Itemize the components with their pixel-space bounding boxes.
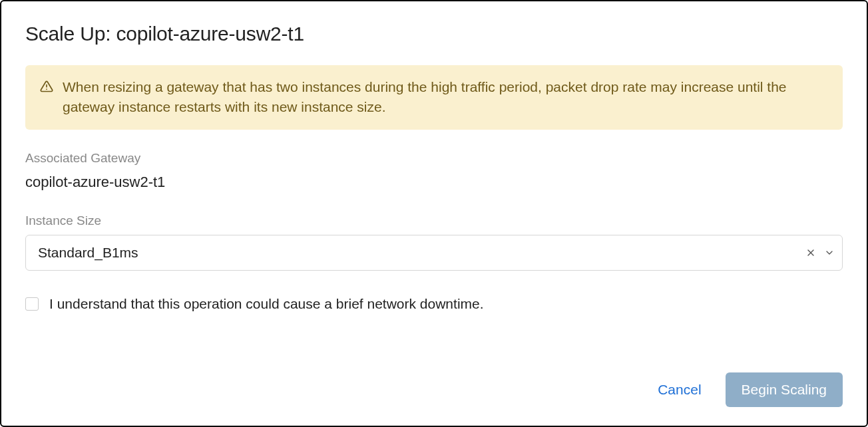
chevron-down-icon[interactable] bbox=[824, 247, 835, 258]
warning-alert: When resizing a gateway that has two ins… bbox=[25, 65, 843, 130]
acknowledge-checkbox[interactable] bbox=[25, 297, 39, 311]
begin-scaling-button[interactable]: Begin Scaling bbox=[726, 372, 843, 407]
select-controls bbox=[805, 247, 835, 258]
warning-icon bbox=[40, 80, 53, 93]
associated-gateway-label: Associated Gateway bbox=[25, 151, 843, 166]
warning-text: When resizing a gateway that has two ins… bbox=[63, 77, 827, 118]
cancel-button[interactable]: Cancel bbox=[652, 375, 706, 404]
associated-gateway-value: copilot-azure-usw2-t1 bbox=[25, 174, 843, 191]
clear-icon[interactable] bbox=[805, 247, 816, 258]
associated-gateway-field: Associated Gateway copilot-azure-usw2-t1 bbox=[25, 151, 843, 214]
instance-size-selected-value: Standard_B1ms bbox=[38, 245, 138, 261]
dialog-footer: Cancel Begin Scaling bbox=[25, 372, 843, 407]
instance-size-label: Instance Size bbox=[25, 214, 843, 228]
scale-up-dialog: Scale Up: copilot-azure-usw2-t1 When res… bbox=[0, 0, 868, 427]
instance-size-field: Instance Size Standard_B1ms bbox=[25, 214, 843, 296]
dialog-title: Scale Up: copilot-azure-usw2-t1 bbox=[25, 23, 843, 45]
acknowledge-label[interactable]: I understand that this operation could c… bbox=[49, 296, 484, 312]
acknowledge-row: I understand that this operation could c… bbox=[25, 296, 843, 312]
instance-size-select[interactable]: Standard_B1ms bbox=[25, 235, 843, 271]
